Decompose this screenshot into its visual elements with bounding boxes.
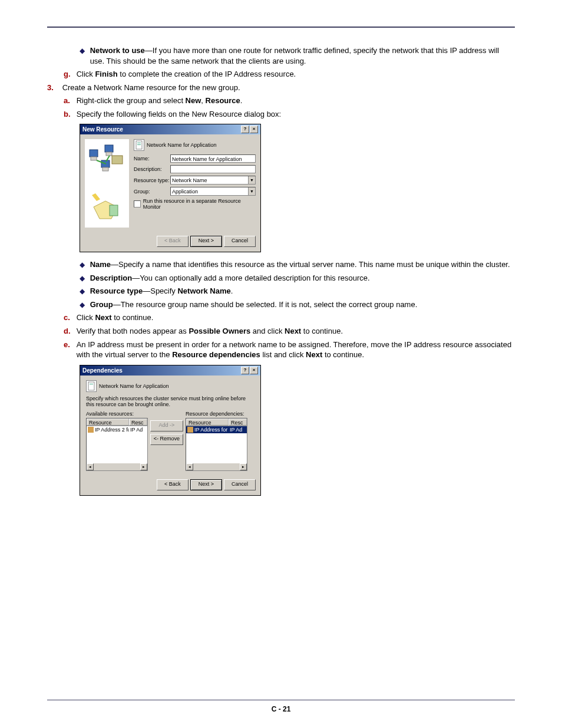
svg-rect-0	[90, 150, 98, 157]
scroll-left-icon[interactable]: ◂	[87, 463, 94, 470]
step-3b: b. Specify the following fields on the N…	[64, 109, 515, 120]
item-type: IP Ad	[130, 427, 143, 433]
item-name: IP Address 2 for Ap...	[95, 427, 129, 433]
back-button[interactable]: < Back	[157, 479, 189, 490]
step-letter: a.	[64, 95, 74, 106]
scrollbar[interactable]: ◂ ▸	[87, 463, 147, 470]
type-label: Resource type:	[134, 177, 170, 183]
dialog-heading: Network Name for Application	[99, 383, 169, 389]
bold: Next	[285, 327, 301, 335]
bullet-item: ◆ Network to use—If you have more than o…	[80, 45, 515, 66]
text: —Specify	[143, 286, 177, 295]
text: and click	[250, 327, 285, 335]
chevron-down-icon[interactable]: ▼	[248, 176, 255, 184]
step-3a: a. Right-click the group and select New,…	[64, 95, 515, 106]
step-3d: d. Verify that both nodes appear as Poss…	[64, 326, 515, 337]
col-header[interactable]: Resc	[129, 419, 147, 426]
description-label: Description:	[134, 166, 170, 172]
svg-rect-15	[88, 427, 94, 433]
svg-rect-1	[91, 157, 97, 160]
help-icon[interactable]: ?	[241, 367, 249, 374]
text: —The resource group name should be selec…	[113, 300, 418, 309]
back-button: < Back	[157, 236, 189, 247]
document-icon	[86, 380, 97, 392]
step-g: g. Click Finish to complete the creation…	[64, 69, 515, 80]
svg-rect-16	[187, 427, 193, 433]
svg-rect-3	[106, 152, 112, 156]
cancel-button[interactable]: Cancel	[224, 236, 256, 247]
bullet-bold: Network to use	[90, 46, 145, 55]
diamond-icon: ◆	[80, 286, 88, 296]
close-icon[interactable]: ×	[250, 367, 258, 374]
list-item[interactable]: IP Address 2 for Ap... IP Ad	[87, 426, 147, 433]
step-number: 3.	[47, 83, 60, 93]
remove-button[interactable]: <- Remove	[150, 434, 183, 445]
text: list and click	[260, 350, 306, 359]
text: .	[240, 96, 243, 105]
svg-rect-12	[137, 144, 141, 145]
text: to continue.	[301, 327, 343, 335]
scroll-left-icon[interactable]: ◂	[186, 463, 193, 470]
page-number: C - 21	[272, 705, 291, 713]
help-icon[interactable]: ?	[241, 126, 249, 133]
step-letter: g.	[64, 69, 74, 80]
chevron-down-icon[interactable]: ▼	[248, 187, 255, 195]
diamond-icon: ◆	[80, 300, 88, 309]
bold: Name	[90, 260, 111, 269]
dialog-title: Dependencies	[82, 367, 123, 374]
text: Click	[77, 70, 95, 78]
bold: Next	[306, 350, 322, 359]
checkbox-label: Run this resource in a separate Resource…	[143, 198, 256, 210]
next-button[interactable]: Next >	[190, 236, 222, 247]
col-header[interactable]: Resource	[186, 419, 229, 426]
instructions: Specify which resources the cluster serv…	[86, 396, 254, 407]
scrollbar[interactable]: ◂ ▸	[186, 463, 247, 470]
svg-rect-6	[112, 156, 123, 164]
bullet-text: —If you have more than one route for net…	[90, 46, 500, 65]
bold: Finish	[95, 70, 117, 78]
select-value: Network Name	[172, 177, 207, 183]
dependencies-dialog: Dependencies ? × Network Name for Applic…	[80, 365, 261, 496]
name-label: Name:	[134, 156, 170, 162]
step-3e: e. An IP address must be present in orde…	[64, 340, 515, 360]
available-label: Available resources:	[86, 411, 148, 417]
select-value: Application	[172, 189, 198, 195]
text: to complete the creation of the IP Addre…	[118, 70, 296, 78]
add-button: Add ->	[150, 420, 183, 431]
bullet-item: ◆ Name—Specify a name that identifies th…	[80, 259, 515, 270]
svg-rect-13	[88, 382, 94, 390]
group-select[interactable]: Application ▼	[170, 187, 256, 196]
text: ,	[201, 96, 205, 105]
close-icon[interactable]: ×	[250, 126, 258, 133]
bold: Next	[95, 313, 111, 322]
bold: New	[186, 96, 201, 105]
diamond-icon: ◆	[80, 46, 88, 55]
dependencies-listbox[interactable]: Resource Resc IP Address for Appli... IP…	[186, 418, 247, 471]
col-header[interactable]: Resource	[87, 419, 129, 426]
top-rule	[47, 27, 515, 28]
cancel-button[interactable]: Cancel	[224, 479, 256, 490]
step-letter: e.	[64, 340, 74, 350]
step-letter: d.	[64, 326, 74, 337]
description-input[interactable]	[170, 165, 256, 173]
item-name: IP Address for Appli...	[194, 427, 229, 433]
scroll-right-icon[interactable]: ▸	[240, 463, 247, 470]
svg-rect-5	[103, 167, 108, 171]
available-listbox[interactable]: Resource Resc IP Address 2 for Ap... IP …	[86, 418, 148, 471]
text: to continue.	[112, 313, 154, 322]
col-header[interactable]: Resc	[229, 419, 247, 426]
resource-type-select[interactable]: Network Name ▼	[170, 176, 256, 185]
scroll-right-icon[interactable]: ▸	[140, 463, 147, 470]
list-item[interactable]: IP Address for Appli... IP Ad	[186, 426, 247, 433]
separate-monitor-checkbox[interactable]	[134, 200, 141, 207]
dependencies-label: Resource dependencies:	[186, 411, 247, 417]
diamond-icon: ◆	[80, 274, 88, 283]
name-input[interactable]: Network Name for Application	[170, 154, 256, 163]
new-resource-dialog: New Resource ? ×	[80, 124, 261, 252]
resource-icon	[187, 427, 193, 433]
svg-rect-14	[90, 384, 93, 384]
next-button[interactable]: Next >	[190, 479, 222, 490]
text: Verify that both nodes appear as	[77, 327, 189, 335]
text: to continue.	[322, 350, 364, 359]
text: —You can optionally add a more detailed …	[132, 274, 369, 282]
